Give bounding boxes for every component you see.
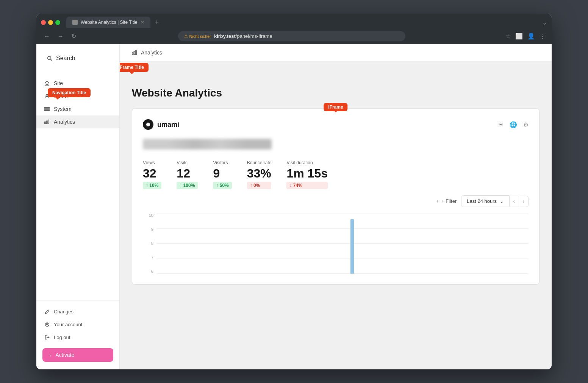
time-range-dropdown[interactable]: Last 24 hours ⌄ xyxy=(461,195,510,207)
globe-icon[interactable]: 🌐 xyxy=(510,121,517,128)
sidebar-item-system[interactable]: System Navigation Title xyxy=(36,103,119,115)
tab-bar: Website Analytics | Site Title ✕ + ⌄ xyxy=(36,14,552,28)
browser-chrome: Website Analytics | Site Title ✕ + ⌄ ← →… xyxy=(36,14,552,44)
plus-icon: + xyxy=(436,198,439,204)
minimize-light[interactable] xyxy=(48,20,53,25)
stat-label: Visit duration xyxy=(286,160,328,165)
tab-close-button[interactable]: ✕ xyxy=(141,20,144,25)
svg-point-10 xyxy=(46,323,48,324)
umami-logo-text: umami xyxy=(157,121,179,129)
frame-title-tooltip: Frame Title xyxy=(120,63,149,72)
svg-rect-12 xyxy=(132,53,133,54)
stat-label: Bounce rate xyxy=(247,160,272,165)
filter-row: + + Filter Last 24 hours ⌄ ‹ › xyxy=(143,195,529,207)
forward-button[interactable]: → xyxy=(56,31,65,41)
svg-rect-14 xyxy=(136,51,137,55)
umami-logo-icon xyxy=(143,119,153,130)
main-content: Analytics Frame Title Website Analytics … xyxy=(120,44,552,369)
stat-value: 1m 15s xyxy=(286,167,328,180)
y-label: 10 xyxy=(143,213,153,218)
sidebar-item-analytics[interactable]: Analytics xyxy=(36,115,119,128)
sidebar: Search Site xyxy=(36,44,120,369)
stat-badge: ↑ 0% xyxy=(247,182,272,189)
stat-badge: ↑ 10% xyxy=(143,182,161,189)
page-header: Analytics xyxy=(120,44,552,61)
tab-title: Website Analytics | Site Title xyxy=(81,20,138,25)
refresh-button[interactable]: ↻ xyxy=(70,31,78,41)
stat-visitors: Visitors 9 ↑ 50% xyxy=(213,160,231,189)
sidebar-item-account[interactable]: Your account xyxy=(36,318,119,331)
search-label: Search xyxy=(56,55,75,62)
stat-views: Views 32 ↑ 10% xyxy=(143,160,161,189)
toolbar-right: ☆ ⬜ 👤 ⋮ xyxy=(505,33,546,40)
iframe-area: iFrame umami ☀ xyxy=(132,108,540,285)
menu-icon[interactable]: ⋮ xyxy=(540,33,546,40)
umami-logo: umami xyxy=(143,119,179,130)
browser-window: Website Analytics | Site Title ✕ + ⌄ ← →… xyxy=(36,14,552,369)
umami-header: umami ☀ 🌐 ⚙ xyxy=(143,119,529,130)
chart-y-labels: 10 9 8 7 6 xyxy=(143,213,153,274)
sidebar-item-label: Analytics xyxy=(54,119,75,125)
iframe-tooltip: iFrame xyxy=(324,103,347,111)
y-label: 7 xyxy=(143,255,153,260)
tab-list-button[interactable]: ⌄ xyxy=(542,19,547,26)
active-tab[interactable]: Website Analytics | Site Title ✕ xyxy=(66,17,150,28)
prev-period-button[interactable]: ‹ xyxy=(510,196,519,207)
address-field[interactable]: ⚠ Nicht sicher kirby.test/panel/ms-ifram… xyxy=(178,31,405,41)
stat-badge: ↑ 100% xyxy=(177,182,198,189)
chart-bar xyxy=(350,219,354,274)
stat-value: 32 xyxy=(143,167,161,180)
pencil-icon xyxy=(44,308,50,314)
close-light[interactable] xyxy=(41,20,46,25)
chevron-down-icon: ⌄ xyxy=(500,198,504,204)
svg-rect-13 xyxy=(134,51,135,54)
address-url: kirby.test/panel/ms-iframe xyxy=(214,33,272,39)
brightness-icon[interactable]: ☀ xyxy=(498,121,504,128)
y-label: 8 xyxy=(143,241,153,246)
system-icon xyxy=(44,106,50,112)
settings-icon[interactable]: ⚙ xyxy=(523,121,529,128)
stat-visits: Visits 12 ↑ 100% xyxy=(177,160,198,189)
page-body: Frame Title Website Analytics iFrame xyxy=(120,61,552,369)
back-button[interactable]: ← xyxy=(42,31,52,41)
extensions-icon[interactable]: ⬜ xyxy=(515,33,523,40)
breadcrumb-text: Analytics xyxy=(141,50,162,56)
bookmark-icon[interactable]: ☆ xyxy=(505,33,511,40)
sidebar-item-site[interactable]: Site xyxy=(36,77,119,90)
umami-tools: ☀ 🌐 ⚙ xyxy=(498,121,529,128)
profile-icon[interactable]: 👤 xyxy=(527,33,535,40)
sidebar-item-label: Log out xyxy=(54,335,70,340)
stat-label: Visits xyxy=(177,160,198,165)
filter-button[interactable]: + + Filter xyxy=(436,198,457,204)
svg-rect-4 xyxy=(45,109,49,109)
sidebar-item-logout[interactable]: Log out xyxy=(36,331,119,344)
svg-rect-8 xyxy=(48,120,49,124)
stat-duration: Visit duration 1m 15s ↓ 74% xyxy=(286,160,328,189)
traffic-lights xyxy=(41,20,60,25)
next-period-button[interactable]: › xyxy=(519,196,529,207)
search-icon xyxy=(47,56,52,61)
y-label: 6 xyxy=(143,269,153,274)
activate-button[interactable]: ♀ Activate xyxy=(42,348,113,362)
search-button[interactable]: Search xyxy=(42,52,113,65)
analytics-icon xyxy=(44,119,50,125)
sidebar-item-label: Changes xyxy=(54,309,74,314)
sidebar-nav: Site Users xyxy=(36,71,119,300)
maximize-light[interactable] xyxy=(55,20,60,25)
blurred-nav-bar xyxy=(143,139,272,149)
stat-value: 33% xyxy=(247,167,272,180)
iframe-label: iFrame xyxy=(324,103,347,110)
svg-rect-7 xyxy=(46,121,47,124)
app-layout: Search Site xyxy=(36,44,552,369)
svg-point-15 xyxy=(146,123,150,126)
chart-area: 10 9 8 7 6 xyxy=(143,213,529,274)
stat-value: 9 xyxy=(213,167,231,180)
new-tab-button[interactable]: + xyxy=(152,19,162,26)
stat-value: 12 xyxy=(177,167,198,180)
security-warning: ⚠ Nicht sicher xyxy=(184,34,211,39)
sidebar-item-changes[interactable]: Changes xyxy=(36,305,119,318)
stat-badge: ↑ 50% xyxy=(213,182,231,189)
logout-icon xyxy=(44,334,50,340)
sidebar-bottom: Changes Your account xyxy=(36,300,119,369)
sidebar-item-label: Your account xyxy=(54,322,82,327)
